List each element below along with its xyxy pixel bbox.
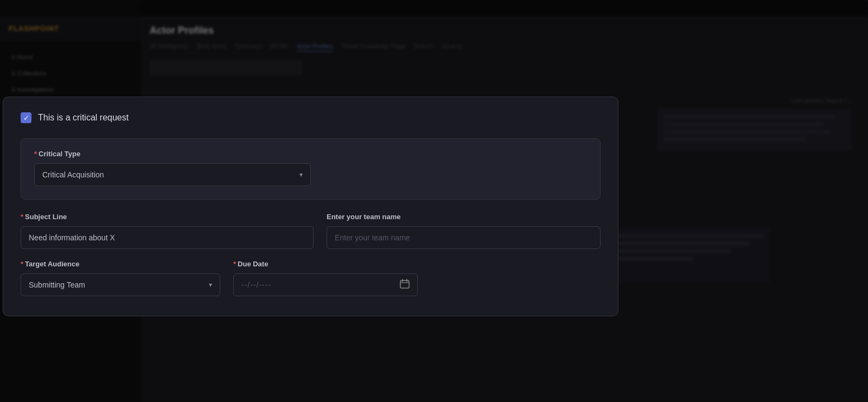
target-audience-col: *Target Audience Submitting Team ▾	[21, 260, 220, 296]
target-audience-value: Submitting Team	[29, 280, 85, 289]
critical-type-section: *Critical Type Critical Acquisition ▾	[21, 138, 601, 200]
due-date-col: *Due Date --/--/----	[233, 260, 418, 296]
request-modal: ✓ This is a critical request *Critical T…	[3, 97, 618, 316]
subject-line-input[interactable]	[21, 226, 314, 249]
calendar-icon	[400, 279, 410, 291]
team-name-input[interactable]	[327, 226, 601, 249]
critical-type-select[interactable]: Critical Acquisition ▾	[34, 163, 311, 186]
target-audience-chevron-icon: ▾	[209, 281, 212, 289]
due-required-star: *	[233, 260, 236, 268]
subject-line-label: *Subject Line	[21, 213, 314, 221]
critical-checkbox-row: ✓ This is a critical request	[21, 112, 601, 123]
due-date-placeholder: --/--/----	[241, 280, 271, 289]
team-name-col: Enter your team name	[327, 213, 601, 249]
subject-line-col: *Subject Line	[21, 213, 314, 249]
svg-rect-0	[400, 280, 409, 288]
target-required-star: *	[21, 260, 23, 268]
critical-checkbox-label: This is a critical request	[38, 113, 129, 123]
team-name-label: Enter your team name	[327, 213, 601, 221]
target-audience-label: *Target Audience	[21, 260, 220, 268]
subject-required-star: *	[21, 213, 23, 221]
target-due-row: *Target Audience Submitting Team ▾ *Due …	[21, 260, 601, 296]
subject-team-row: *Subject Line Enter your team name	[21, 213, 601, 249]
due-date-input[interactable]: --/--/----	[233, 273, 418, 296]
target-audience-select[interactable]: Submitting Team ▾	[21, 273, 220, 296]
critical-checkbox[interactable]: ✓	[21, 112, 31, 123]
critical-type-label: *Critical Type	[34, 150, 587, 158]
checkmark-icon: ✓	[23, 114, 29, 122]
critical-type-value: Critical Acquisition	[42, 170, 104, 179]
due-date-label: *Due Date	[233, 260, 418, 268]
critical-type-chevron-icon: ▾	[299, 171, 303, 178]
critical-type-required-star: *	[34, 150, 37, 158]
